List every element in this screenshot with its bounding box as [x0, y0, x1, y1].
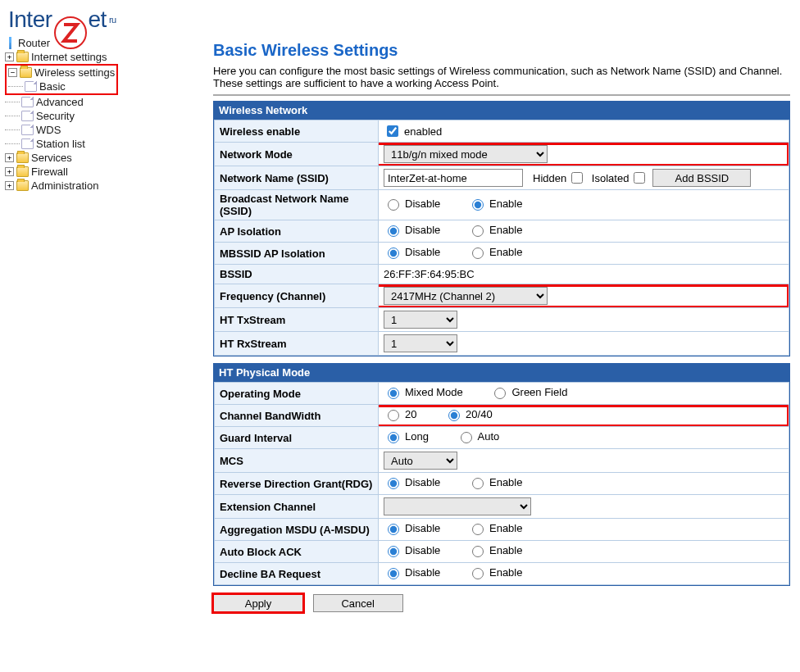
label-network-mode: Network Mode — [215, 143, 379, 166]
label-rdg: Reverse Direction Grant(RDG) — [215, 473, 379, 495]
amsdu-disable[interactable]: Disable — [384, 521, 440, 535]
chbw-20[interactable]: 20 — [384, 407, 416, 421]
rdg-disable[interactable]: Disable — [384, 475, 440, 489]
opmode-green[interactable]: Green Field — [490, 385, 567, 399]
ablock-disable[interactable]: Disable — [384, 543, 440, 557]
folder-icon — [20, 67, 32, 78]
expand-icon[interactable]: + — [5, 167, 14, 176]
nav-tree: Router + Internet settings − Wireless se… — [0, 33, 189, 193]
apiso-disable[interactable]: Disable — [384, 223, 440, 237]
nav-internet-settings[interactable]: + Internet settings — [5, 50, 189, 64]
wireless-enable-input[interactable] — [387, 125, 398, 137]
label-bssid: BSSID — [215, 265, 379, 284]
expand-icon[interactable]: + — [5, 181, 14, 190]
guard-long[interactable]: Long — [384, 429, 429, 443]
decline-enable[interactable]: Enable — [468, 565, 522, 579]
label-frequency: Frequency (Channel) — [215, 284, 379, 308]
label-httx: HT TxStream — [215, 308, 379, 332]
nav-services[interactable]: + Services — [5, 151, 189, 165]
page-icon — [21, 125, 34, 135]
nav-wireless-security[interactable]: Security — [5, 109, 189, 123]
panel-head: Wireless Network — [214, 102, 789, 120]
htrx-select[interactable]: 1 — [384, 334, 457, 352]
nav-firewall[interactable]: + Firewall — [5, 165, 189, 179]
folder-icon — [16, 52, 29, 62]
nav-wireless-station[interactable]: Station list — [5, 137, 189, 151]
nav-router[interactable]: Router — [5, 36, 189, 50]
folder-icon — [16, 180, 29, 191]
label-ext: Extension Channel — [215, 495, 379, 519]
bssid-value: 26:FF:3F:64:95:BC — [379, 265, 789, 284]
httx-select[interactable]: 1 — [384, 311, 457, 329]
ssid-input[interactable] — [384, 169, 523, 187]
decline-disable[interactable]: Disable — [384, 565, 440, 579]
frequency-select[interactable]: 2417MHz (Channel 2) — [384, 287, 548, 305]
mbssid-disable[interactable]: Disable — [384, 245, 440, 259]
label-decline: Decline BA Request — [215, 563, 379, 585]
page-icon — [21, 111, 34, 121]
label-mcs: MCS — [215, 449, 379, 473]
apiso-enable[interactable]: Enable — [468, 223, 522, 237]
isolated-checkbox[interactable] — [634, 172, 645, 184]
broadcast-enable[interactable]: Enable — [468, 197, 522, 211]
ablock-enable[interactable]: Enable — [468, 543, 522, 557]
isolated-label: Isolated — [592, 172, 630, 184]
mbssid-enable[interactable]: Enable — [468, 245, 522, 259]
amsdu-enable[interactable]: Enable — [468, 521, 522, 535]
label-amsdu: Aggregation MSDU (A-MSDU) — [215, 519, 379, 541]
add-bssid-button[interactable]: Add BSSID — [652, 169, 751, 187]
nav-wireless-settings[interactable]: − Wireless settings — [8, 66, 115, 79]
hidden-label: Hidden — [533, 172, 566, 184]
apply-button[interactable]: Apply — [213, 594, 303, 612]
label-ssid: Network Name (SSID) — [215, 166, 379, 190]
label-htrx: HT RxStream — [215, 332, 379, 356]
label-ablock: Auto Block ACK — [215, 541, 379, 563]
page-subtitle: Here you can configure the most basic se… — [213, 65, 790, 89]
nav-wireless-advanced[interactable]: Advanced — [5, 95, 189, 109]
expand-icon[interactable]: + — [5, 52, 14, 61]
page-icon — [21, 97, 34, 107]
panel-ht-physical: HT Physical Mode Operating Mode Mixed Mo… — [213, 363, 790, 586]
label-guard: Guard Interval — [215, 427, 379, 449]
label-broadcast: Broadcast Network Name (SSID) — [215, 190, 379, 220]
wireless-enable-checkbox[interactable]: enabled — [384, 123, 442, 139]
page-title: Basic Wireless Settings — [213, 41, 790, 60]
nav-wireless-wds[interactable]: WDS — [5, 123, 189, 137]
opmode-mixed[interactable]: Mixed Mode — [384, 385, 463, 399]
label-opmode: Operating Mode — [215, 383, 379, 405]
broadcast-disable[interactable]: Disable — [384, 197, 440, 211]
label-wireless-enable: Wireless enable — [215, 120, 379, 143]
folder-icon — [16, 152, 29, 163]
page-icon — [25, 81, 37, 92]
cancel-button[interactable]: Cancel — [313, 594, 403, 612]
label-ap-isolation: AP Isolation — [215, 220, 379, 243]
chbw-2040[interactable]: 20/40 — [444, 407, 493, 421]
expand-icon[interactable]: + — [5, 153, 14, 162]
folder-icon — [16, 166, 29, 177]
rdg-enable[interactable]: Enable — [468, 475, 522, 489]
brand-logo: Inter et ru — [8, 7, 116, 33]
router-icon — [5, 37, 16, 49]
ext-channel-select[interactable] — [384, 497, 531, 515]
collapse-icon[interactable]: − — [8, 68, 17, 77]
nav-wireless-basic[interactable]: Basic — [8, 79, 66, 93]
label-chbw: Channel BandWidth — [215, 405, 379, 427]
page-icon — [21, 138, 34, 149]
panel-wireless-network: Wireless Network Wireless enable enabled… — [213, 101, 790, 356]
panel-head: HT Physical Mode — [214, 364, 789, 382]
hidden-checkbox[interactable] — [571, 172, 583, 184]
network-mode-select[interactable]: 11b/g/n mixed mode — [384, 145, 548, 163]
guard-auto[interactable]: Auto — [457, 429, 500, 443]
mcs-select[interactable]: Auto — [384, 452, 457, 470]
label-mbssid: MBSSID AP Isolation — [215, 243, 379, 265]
wireless-enable-label: enabled — [404, 125, 442, 138]
nav-administration[interactable]: + Administration — [5, 179, 189, 193]
